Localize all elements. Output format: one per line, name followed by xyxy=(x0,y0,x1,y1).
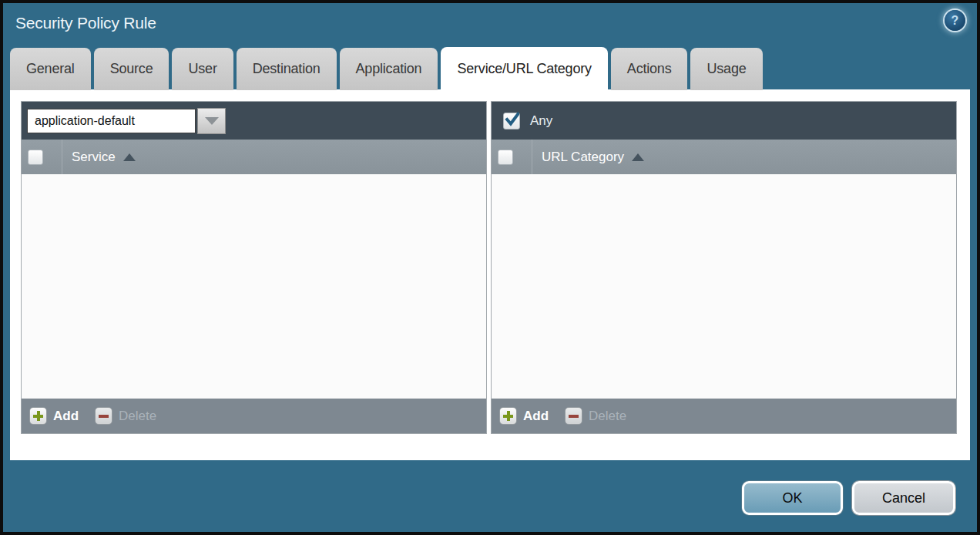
tab-source[interactable]: Source xyxy=(94,48,169,90)
url-category-panel: Any URL Category Add Delete xyxy=(491,101,957,434)
sort-asc-icon xyxy=(123,153,136,161)
service-column-label: Service xyxy=(72,150,116,165)
add-service-button[interactable]: Add xyxy=(29,407,79,425)
minus-icon xyxy=(565,407,582,425)
tab-bar: General Source User Destination Applicat… xyxy=(10,48,763,90)
tab-application[interactable]: Application xyxy=(340,48,438,90)
security-policy-rule-dialog: Security Policy Rule ? General Source Us… xyxy=(0,0,980,535)
cancel-button[interactable]: Cancel xyxy=(852,481,955,515)
add-url-category-button[interactable]: Add xyxy=(499,407,549,425)
tab-service-url-category[interactable]: Service/URL Category xyxy=(441,47,607,90)
tab-destination[interactable]: Destination xyxy=(237,48,337,90)
url-category-toolbar: Any xyxy=(492,102,956,140)
service-footer: Add Delete xyxy=(22,399,486,433)
service-list xyxy=(22,174,486,399)
service-type-dropdown-button[interactable] xyxy=(197,108,226,134)
any-label: Any xyxy=(530,113,552,129)
service-column-header[interactable]: Service xyxy=(22,140,486,174)
any-checkbox[interactable] xyxy=(503,113,520,130)
dialog-title: Security Policy Rule xyxy=(15,14,156,32)
tab-user[interactable]: User xyxy=(172,48,233,90)
service-toolbar: application-default xyxy=(22,102,486,140)
sort-asc-icon xyxy=(632,153,644,161)
select-all-services-checkbox[interactable] xyxy=(28,150,43,165)
url-category-column-label: URL Category xyxy=(542,150,624,165)
any-row: Any xyxy=(497,113,552,130)
help-icon[interactable]: ? xyxy=(945,10,965,31)
url-category-list xyxy=(492,174,956,399)
tab-general[interactable]: General xyxy=(10,48,91,90)
dialog-content: application-default Service Add xyxy=(10,89,970,460)
tab-actions[interactable]: Actions xyxy=(611,48,688,90)
service-panel: application-default Service Add xyxy=(21,101,487,434)
select-all-url-categories-checkbox[interactable] xyxy=(498,150,513,165)
url-category-column-header[interactable]: URL Category xyxy=(492,140,956,174)
minus-icon xyxy=(95,407,112,425)
service-type-value: application-default xyxy=(35,114,135,128)
ok-button[interactable]: OK xyxy=(742,481,843,515)
plus-icon xyxy=(29,407,47,425)
delete-url-category-button[interactable]: Delete xyxy=(565,407,626,425)
checkmark-icon xyxy=(505,110,519,129)
service-type-dropdown[interactable]: application-default xyxy=(27,109,196,133)
tab-usage[interactable]: Usage xyxy=(690,48,762,90)
chevron-down-icon xyxy=(205,117,219,125)
plus-icon xyxy=(499,407,517,425)
delete-service-button[interactable]: Delete xyxy=(95,407,156,425)
url-category-footer: Add Delete xyxy=(492,399,956,433)
